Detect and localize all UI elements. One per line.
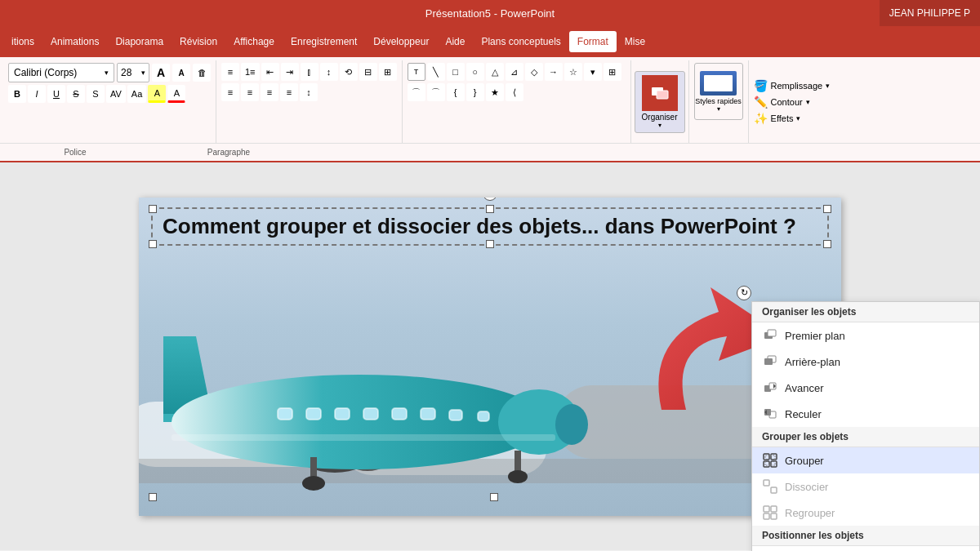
- svg-rect-15: [421, 408, 435, 420]
- handle-tl[interactable]: [149, 205, 157, 213]
- slide: ↻ Comment grouper et dissocier des objet…: [139, 198, 841, 516]
- draw-shape5[interactable]: ★: [486, 83, 504, 101]
- user-name: JEAN PHILIPPE P: [889, 7, 970, 19]
- contour-button[interactable]: ✏️ Contour ▾: [754, 96, 831, 109]
- svg-rect-42: [771, 506, 777, 512]
- menu-item-affichage[interactable]: Affichage: [225, 31, 283, 52]
- police-label: Police: [8, 148, 147, 157]
- handle-bl[interactable]: [149, 240, 157, 248]
- font-shrink-button[interactable]: A: [172, 64, 190, 82]
- menu-item-format[interactable]: Format: [569, 31, 617, 52]
- airplane-svg: [139, 287, 645, 500]
- font-color-button[interactable]: A: [167, 85, 185, 103]
- handle-bm[interactable]: [486, 240, 494, 248]
- menu-item-arriere-plan[interactable]: Arrière-plan: [752, 349, 979, 375]
- menu-item-reculer[interactable]: Reculer: [752, 401, 979, 427]
- handle-br[interactable]: [823, 240, 831, 248]
- regrouper-icon: [762, 504, 778, 521]
- columns-button[interactable]: ⫿: [301, 63, 318, 81]
- menu-item-mise[interactable]: Mise: [617, 31, 653, 52]
- shape3[interactable]: ○: [466, 63, 484, 81]
- increase-indent-button[interactable]: ⇥: [281, 63, 299, 81]
- menu-item-aligner[interactable]: Aligner ▶: [752, 546, 979, 551]
- line-spacing-button[interactable]: ↕: [320, 63, 338, 81]
- handle-airplane-bl[interactable]: [149, 493, 157, 501]
- svg-rect-39: [771, 487, 777, 493]
- text-box-btn[interactable]: T: [408, 63, 425, 81]
- svg-rect-36: [771, 461, 777, 467]
- slide-title-box[interactable]: Comment grouper et dissocier des objets.…: [151, 207, 829, 246]
- menu-item-grouper[interactable]: Grouper: [752, 447, 979, 473]
- ribbon-styles-group: Styles rapides ▾: [689, 60, 749, 143]
- effets-button[interactable]: ✨ Effets ▾: [754, 112, 831, 125]
- section-header-positionner: Positionner les objets: [752, 526, 979, 546]
- charspacing-button[interactable]: AV: [106, 85, 126, 103]
- avancer-icon: [762, 380, 778, 396]
- handle-tr[interactable]: [823, 205, 831, 213]
- draw-shape6[interactable]: ⟨: [506, 83, 523, 101]
- font-size-input[interactable]: 28 ▾: [117, 63, 149, 82]
- shape-more[interactable]: ▾: [584, 63, 602, 81]
- italic-button[interactable]: I: [28, 85, 46, 103]
- handle-tm[interactable]: [486, 205, 494, 213]
- handle-airplane-bm[interactable]: [490, 493, 498, 501]
- bold-button[interactable]: B: [8, 85, 26, 103]
- menu-item-developpeur[interactable]: Développeur: [365, 31, 437, 52]
- clear-format-button[interactable]: 🗑: [193, 64, 211, 82]
- align-left-button[interactable]: ≡: [221, 83, 239, 101]
- arriere-plan-icon: [762, 353, 778, 370]
- text-direction-button[interactable]: ⟲: [340, 63, 358, 81]
- svg-rect-41: [764, 513, 769, 519]
- styles-rapides-button[interactable]: Styles rapides ▾: [694, 63, 743, 120]
- premier-plan-label: Premier plan: [785, 330, 845, 342]
- decrease-indent-button[interactable]: ⇤: [261, 63, 279, 81]
- smart-art-button[interactable]: ⊞: [379, 63, 397, 81]
- shape7[interactable]: →: [545, 63, 563, 81]
- highlight-button[interactable]: A: [148, 85, 166, 103]
- main-area: ↻ Comment grouper et dissocier des objet…: [0, 162, 980, 550]
- organiser-button[interactable]: Organiser ▾: [635, 71, 685, 133]
- svg-rect-1: [657, 91, 668, 99]
- shape4[interactable]: △: [486, 63, 504, 81]
- reculer-icon: [762, 406, 778, 422]
- shape1[interactable]: ╲: [427, 63, 445, 81]
- shadow-button[interactable]: S: [87, 85, 105, 103]
- underline-button[interactable]: U: [47, 85, 65, 103]
- section-header-grouper: Grouper les objets: [752, 427, 979, 447]
- shape2[interactable]: □: [447, 63, 465, 81]
- menu-item-plans[interactable]: Plans conceptuels: [473, 31, 568, 52]
- shape6[interactable]: ◇: [525, 63, 543, 81]
- rotate-handle-2[interactable]: ↻: [737, 286, 751, 300]
- menu-item-premier-plan[interactable]: Premier plan: [752, 322, 979, 349]
- draw-shape1[interactable]: ⌒: [408, 83, 425, 101]
- menu-item-aide[interactable]: Aide: [437, 31, 473, 52]
- align-text-button[interactable]: ⊟: [359, 63, 377, 81]
- draw-shape3[interactable]: {: [447, 83, 465, 101]
- menu-item-enregistrement[interactable]: Enregistrement: [283, 31, 365, 52]
- menu-item-revision[interactable]: Révision: [172, 31, 225, 52]
- svg-point-9: [555, 404, 588, 445]
- justify-button[interactable]: ≡: [280, 83, 298, 101]
- change-case-button[interactable]: Aa: [127, 85, 146, 103]
- arrange-btn[interactable]: ⊞: [604, 63, 621, 81]
- menu-item-avancer[interactable]: Avancer: [752, 375, 979, 401]
- draw-shape4[interactable]: }: [466, 83, 484, 101]
- numbering-button[interactable]: 1≡: [241, 63, 260, 81]
- font-name-input[interactable]: Calibri (Corps) ▾: [8, 63, 114, 82]
- menu-item-itions[interactable]: itions: [3, 31, 42, 52]
- paragraph-spacing-button[interactable]: ↕: [300, 83, 318, 101]
- menu-item-diaporama[interactable]: Diaporama: [107, 31, 172, 52]
- remplissage-button[interactable]: 🪣 Remplissage ▾: [754, 79, 831, 92]
- align-center-button[interactable]: ≡: [241, 83, 259, 101]
- regrouper-label: Regrouper: [785, 507, 835, 519]
- shape5[interactable]: ⊿: [506, 63, 523, 81]
- strikethrough-button[interactable]: S: [67, 85, 85, 103]
- menu-item-animations[interactable]: Animations: [42, 31, 107, 52]
- bullets-button[interactable]: ≡: [221, 63, 239, 81]
- svg-point-20: [508, 470, 528, 483]
- shape8[interactable]: ☆: [564, 63, 582, 81]
- font-grow-button[interactable]: A: [152, 64, 170, 82]
- align-right-button[interactable]: ≡: [261, 83, 278, 101]
- organiser-icon: [642, 75, 678, 111]
- draw-shape2[interactable]: ⌒: [427, 83, 445, 101]
